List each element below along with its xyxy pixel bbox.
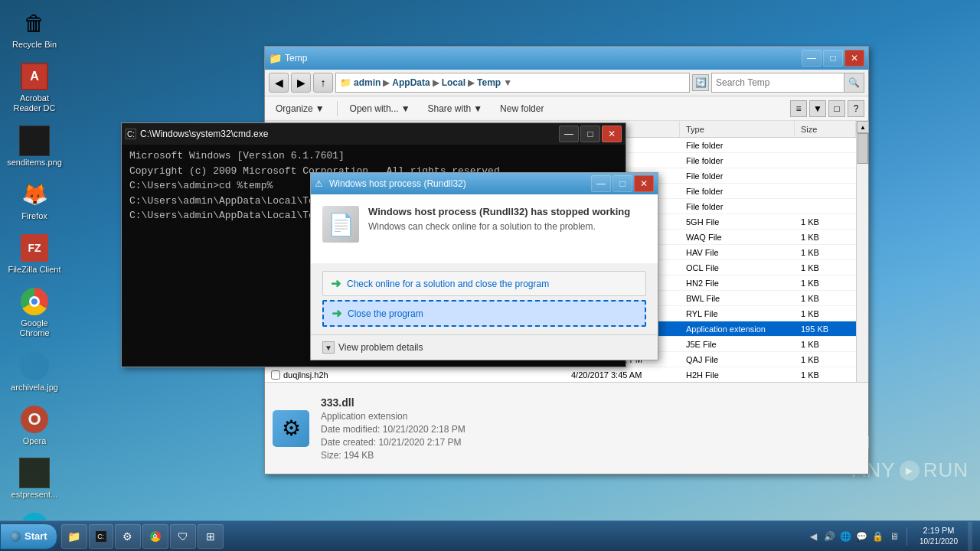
system-clock[interactable]: 2:19 PM 10/21/2020 xyxy=(913,525,964,547)
address-bar[interactable]: 📁 admin ▶ AppData ▶ Local ▶ Temp ▼ xyxy=(335,73,690,93)
filezilla-icon: FZ xyxy=(19,233,50,263)
estpresent-label: estpresent... xyxy=(11,490,58,500)
error-title-section: Windows host process (Rundll32) has stop… xyxy=(368,206,630,243)
cmd-maximize-button[interactable]: □ xyxy=(580,126,600,142)
taskbar-item-norton[interactable]: 🛡 xyxy=(170,524,196,549)
tray-expand-icon[interactable]: ◀ xyxy=(808,530,820,543)
file-checkbox[interactable] xyxy=(271,370,280,380)
opera-icon: O xyxy=(19,404,50,435)
help-button[interactable]: ? xyxy=(848,100,864,117)
archivela-icon xyxy=(19,350,50,381)
opera-label: Opera xyxy=(23,436,47,446)
view-problem-details-label: View problem details xyxy=(338,342,423,353)
error-close-button[interactable]: ✕ xyxy=(634,175,654,192)
chrome-icon xyxy=(19,286,50,317)
scroll-up-button[interactable]: ▲ xyxy=(857,121,869,133)
error-maximize-button[interactable]: □ xyxy=(612,175,632,192)
search-input[interactable] xyxy=(712,77,844,88)
taskbar-item-error[interactable]: ⚙ xyxy=(115,524,141,549)
tray-message-icon[interactable]: 💬 xyxy=(856,530,868,543)
back-button[interactable]: ◀ xyxy=(269,73,289,93)
estpresent-icon xyxy=(19,458,50,488)
taskbar: Start 📁 C: ⚙ 🛡 ⊞ ◀ 🔊 🌐 💬 🔒 xyxy=(0,520,980,551)
desktop-icon-recycle-bin[interactable]: 🗑 Recycle Bin xyxy=(8,8,61,50)
tray-security-icon[interactable]: 🔒 xyxy=(872,530,884,543)
taskbar-error-icon: ⚙ xyxy=(122,530,134,543)
taskbar-item-cmd[interactable]: C: xyxy=(89,524,113,549)
expand-arrow-icon: ▼ xyxy=(322,341,335,354)
desktop-icon-chrome[interactable]: GoogleChrome xyxy=(8,286,61,338)
error-footer[interactable]: ▼ View problem details xyxy=(311,334,658,360)
start-button[interactable]: Start xyxy=(0,523,57,549)
tray-network-icon[interactable]: 🌐 xyxy=(840,530,852,543)
close-program-arrow: ➜ xyxy=(332,306,341,321)
action-separator-1 xyxy=(337,101,338,116)
taskbar-item-explorer[interactable]: 📁 xyxy=(61,524,87,549)
desktop-icon-filezilla[interactable]: FZ FileZilla Client xyxy=(8,233,61,275)
filezilla-label: FileZilla Client xyxy=(8,265,60,275)
system-tray: ◀ 🔊 🌐 💬 🔒 🖥 2:19 PM 10/21/2020 xyxy=(800,522,980,551)
desktop-icon-archivela[interactable]: archivela.jpg xyxy=(8,350,61,393)
search-bar: 🔍 xyxy=(711,73,864,93)
show-desktop-button[interactable] xyxy=(968,522,972,551)
size-column-header[interactable]: Size xyxy=(795,121,856,137)
close-program-button[interactable]: ➜ Close the program xyxy=(322,300,646,327)
desktop-icon-opera[interactable]: O Opera xyxy=(8,404,61,446)
minimize-button[interactable]: — xyxy=(802,50,822,67)
type-column-header[interactable]: Type xyxy=(680,121,795,137)
file-explorer-titlebar[interactable]: 📁 Temp — □ ✕ xyxy=(265,47,868,70)
recycle-bin-icon: 🗑 xyxy=(19,8,50,38)
desktop-icon-firefox[interactable]: 🦊 Firefox xyxy=(8,179,61,221)
desktop-icon-estpresent[interactable]: estpresent... xyxy=(8,458,61,500)
error-dialog-controls: — □ ✕ xyxy=(591,175,654,192)
taskbar-explorer-icon: 📁 xyxy=(68,530,80,543)
forward-button[interactable]: ▶ xyxy=(291,73,311,93)
error-header: 📄 Windows host process (Rundll32) has st… xyxy=(322,206,646,243)
anyrun-watermark: ANY ▶ RUN xyxy=(852,458,969,482)
error-buttons-section: ➜ Check online for a solution and close … xyxy=(311,263,658,334)
cmd-titlebar[interactable]: C: C:\Windows\system32\cmd.exe — □ ✕ xyxy=(122,123,626,145)
cmd-close-button[interactable]: ✕ xyxy=(602,126,622,142)
senditems-label: senditems.png xyxy=(7,158,62,168)
skype-icon: S xyxy=(19,511,50,520)
list-view-button[interactable]: ≡ xyxy=(790,100,807,117)
start-label: Start xyxy=(24,530,47,542)
maximize-button[interactable]: □ xyxy=(823,50,843,67)
error-minimize-button[interactable]: — xyxy=(591,175,611,192)
error-subtitle: Windows can check online for a solution … xyxy=(368,221,630,232)
refresh-button[interactable]: 🔄 xyxy=(692,74,709,91)
file-row[interactable]: duqjlnsj.h2h 4/20/2017 3:45 AM H2H File … xyxy=(265,367,856,383)
preview-button[interactable]: □ xyxy=(828,100,845,117)
taskbar-items: 📁 C: ⚙ 🛡 ⊞ xyxy=(61,521,800,551)
taskbar-item-chrome[interactable] xyxy=(142,524,168,549)
new-folder-button[interactable]: New folder xyxy=(493,100,550,117)
scroll-thumb[interactable] xyxy=(858,133,868,164)
clock-time: 2:19 PM xyxy=(920,525,958,536)
tray-monitor-icon[interactable]: 🖥 xyxy=(888,530,900,543)
error-dialog-title: Windows host process (Rundll32) xyxy=(329,178,591,189)
organize-button[interactable]: Organize ▼ xyxy=(269,100,332,117)
tray-sound-icon[interactable]: 🔊 xyxy=(824,530,836,543)
open-with-button[interactable]: Open with... ▼ xyxy=(343,100,417,117)
close-program-label: Close the program xyxy=(348,308,423,319)
share-with-button[interactable]: Share with ▼ xyxy=(421,100,490,117)
taskbar-item-task[interactable]: ⊞ xyxy=(198,524,224,549)
error-dialog-body: 📄 Windows host process (Rundll32) has st… xyxy=(311,194,658,263)
desktop-icon-skype[interactable]: S Skype xyxy=(8,511,61,520)
error-app-icon: 📄 xyxy=(322,206,359,243)
status-size: Size: 194 KB xyxy=(321,450,466,461)
view-options-button[interactable]: ▼ xyxy=(809,100,826,117)
desktop-icon-acrobat[interactable]: A AcrobatReader DC xyxy=(8,61,61,113)
status-type: Application extension xyxy=(321,411,466,422)
close-button[interactable]: ✕ xyxy=(844,50,864,67)
error-dialog-titlebar[interactable]: ⚠ Windows host process (Rundll32) — □ ✕ xyxy=(311,173,658,194)
start-orb-icon xyxy=(10,531,21,542)
cmd-line: Microsoft Windows [Version 6.1.7601] xyxy=(129,148,618,164)
cmd-minimize-button[interactable]: — xyxy=(559,126,579,142)
acrobat-label: AcrobatReader DC xyxy=(13,93,55,113)
desktop-icon-senditems[interactable]: senditems.png xyxy=(8,126,61,168)
up-button[interactable]: ↑ xyxy=(313,73,333,93)
rundll32-error-dialog: ⚠ Windows host process (Rundll32) — □ ✕ … xyxy=(310,172,658,360)
check-online-button[interactable]: ➜ Check online for a solution and close … xyxy=(322,271,646,296)
search-button[interactable]: 🔍 xyxy=(844,73,864,92)
